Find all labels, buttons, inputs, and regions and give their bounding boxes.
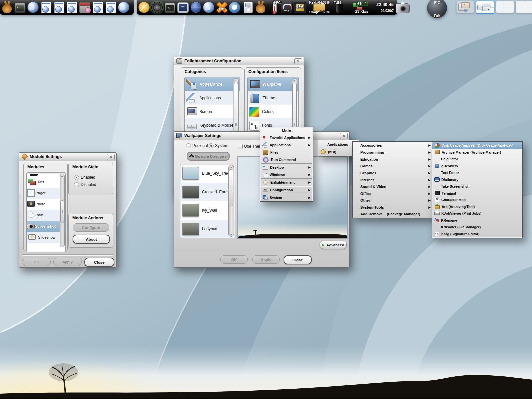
weather-gadget[interactable]: 9°C Fair <box>426 0 448 16</box>
battery-gadget[interactable]: FULL <box>332 1 347 14</box>
menu-item[interactable]: System Tools ▶ <box>353 204 432 211</box>
menu-item[interactable]: Office ▶ <box>353 190 432 197</box>
list-item[interactable]: Theme <box>248 91 298 105</box>
close-button[interactable]: × <box>107 154 115 160</box>
menu-item[interactable]: Run Command ▶ <box>261 156 312 163</box>
launcher[interactable] <box>1 1 13 13</box>
launcher[interactable] <box>104 1 117 13</box>
menu-item[interactable]: Favorite Applications ▶ <box>261 134 312 141</box>
menu-item[interactable]: gDesklets <box>432 163 522 170</box>
menu-item[interactable]: Terminal <box>432 190 522 197</box>
temperature-gadget[interactable]: 64°C <box>267 1 280 14</box>
window-titlebar[interactable]: Enlightenment Configuration × <box>174 57 304 65</box>
memory-gadget[interactable]: Real: 64.36% Swap: 1.68% <box>307 1 332 14</box>
launcher[interactable] <box>151 1 163 13</box>
ok-button[interactable]: OK <box>220 255 248 264</box>
launcher[interactable] <box>177 1 189 13</box>
system-radio[interactable] <box>209 143 214 148</box>
menu-item[interactable]: Windows ▶ <box>261 171 312 178</box>
cpufreq-gadget[interactable]: 733 <box>280 1 293 14</box>
list-item[interactable]: Keyboard & Mouse <box>185 118 240 132</box>
close-window-button[interactable]: Close <box>284 255 312 264</box>
scrollbar[interactable]: ▲ ▼ <box>60 174 65 247</box>
about-button[interactable]: About <box>73 235 110 244</box>
menu-item[interactable]: Games ▶ <box>353 163 432 170</box>
menu-item[interactable]: Take Screenshot <box>432 183 522 190</box>
list-item[interactable]: Screen <box>185 105 240 118</box>
menu-item[interactable]: Ark (Archiving Tool) <box>432 203 522 210</box>
scroll-up-icon[interactable]: ▲ <box>292 79 297 82</box>
network-gadget[interactable]: 6 Kb/s 23 Kb/s <box>347 1 368 14</box>
enabled-radio[interactable] <box>74 175 79 180</box>
menu-item[interactable]: Archive Manager (Archive Manager) <box>432 149 522 156</box>
menu-item[interactable]: Programming ▶ <box>353 149 432 156</box>
menu-item[interactable]: Calculator <box>432 156 522 163</box>
launcher[interactable] <box>138 1 150 13</box>
menu-item[interactable]: Text Editor <box>432 169 522 176</box>
menu-item[interactable]: KRename <box>432 217 522 224</box>
wallpaper-list-item[interactable]: Cracked_Earth <box>180 183 235 201</box>
disabled-radio[interactable] <box>74 182 79 187</box>
launcher[interactable] <box>202 1 215 13</box>
menu-item[interactable]: Configuration ▶ <box>261 186 312 194</box>
use-theme-checkbox[interactable] <box>238 144 243 149</box>
screenshot-gadget[interactable] <box>395 1 410 14</box>
personal-radio[interactable] <box>186 143 191 148</box>
menu-item[interactable]: Internet ▶ <box>353 176 432 183</box>
launcher[interactable] <box>254 1 267 13</box>
launcher[interactable] <box>78 1 91 13</box>
launcher[interactable] <box>164 1 176 13</box>
scroll-up-icon[interactable]: ▲ <box>233 79 238 82</box>
scroll-up-icon[interactable]: ▲ <box>60 174 64 177</box>
launcher[interactable] <box>228 1 241 13</box>
menu-item[interactable]: Graphics ▶ <box>353 170 432 177</box>
menu-item[interactable]: Other ▶ <box>353 197 432 204</box>
wallpaper-list-item[interactable]: Ivy_Wall <box>180 201 235 220</box>
clock-gadget[interactable]: 22:49:45 04/03/07 <box>368 1 395 14</box>
menu-item[interactable]: Disk Usage Analyzer (Disk Usage Analyzer… <box>432 142 522 149</box>
menu-item[interactable]: Files ▶ <box>261 149 312 156</box>
apply-button[interactable]: Apply <box>53 258 82 266</box>
launcher[interactable] <box>91 1 104 13</box>
configure-button[interactable]: Configure <box>73 223 109 232</box>
pager-desk-3[interactable] <box>496 1 514 13</box>
launcher[interactable] <box>27 1 39 13</box>
advanced-button[interactable]: ▶ Advanced <box>320 241 347 249</box>
menu-item[interactable]: Applications ▶ <box>261 141 312 149</box>
wallpaper-list-item[interactable]: Ladybug <box>180 220 235 238</box>
launcher[interactable]: chat <box>215 1 228 13</box>
menu-item[interactable]: Education ▶ <box>353 156 432 163</box>
launcher[interactable] <box>117 1 130 13</box>
menu-item[interactable]: KJobViewer (Print Jobs) <box>432 210 522 217</box>
ok-button[interactable]: OK <box>22 258 51 266</box>
cpu-gadget[interactable]: 16% <box>293 1 307 14</box>
close-button[interactable]: × <box>294 58 302 64</box>
menu-item[interactable]: Enlightenment ▶ <box>261 178 312 186</box>
scroll-thumb[interactable] <box>229 169 233 206</box>
pager-desk-1[interactable] <box>456 1 474 13</box>
scroll-down-icon[interactable]: ▼ <box>229 233 234 236</box>
pager-desk-4[interactable] <box>516 1 532 13</box>
menu-item[interactable]: Krusader (File Manager) <box>432 224 522 231</box>
list-item[interactable]: Applications <box>185 91 240 105</box>
launcher[interactable] <box>40 1 52 13</box>
menu-item[interactable]: Character Map <box>432 197 522 203</box>
menu-item[interactable]: Accessories ▶ <box>353 142 432 149</box>
list-item[interactable]: Colors <box>248 105 298 118</box>
scroll-down-icon[interactable]: ▼ <box>60 244 64 247</box>
launcher[interactable] <box>53 1 65 13</box>
pager-desk-2[interactable] <box>476 1 494 14</box>
window-titlebar[interactable]: Module Settings × <box>19 153 116 161</box>
menu-item[interactable]: Dictionary <box>432 176 522 183</box>
menu-item[interactable]: Sound & Video ▶ <box>353 183 432 190</box>
menu-item[interactable]: Add/Remove... (Package Manager) ▶ <box>353 211 432 218</box>
launcher[interactable] <box>190 1 202 13</box>
launcher[interactable] <box>66 1 78 13</box>
list-item[interactable]: Appearance <box>185 77 240 91</box>
scroll-up-icon[interactable]: ▲ <box>229 166 234 169</box>
apply-button[interactable]: Apply <box>252 255 280 264</box>
go-up-directory-button[interactable]: Go up a Directory <box>187 152 230 161</box>
scroll-thumb[interactable] <box>60 200 64 223</box>
launcher[interactable] <box>241 1 254 13</box>
launcher[interactable] <box>14 1 26 13</box>
